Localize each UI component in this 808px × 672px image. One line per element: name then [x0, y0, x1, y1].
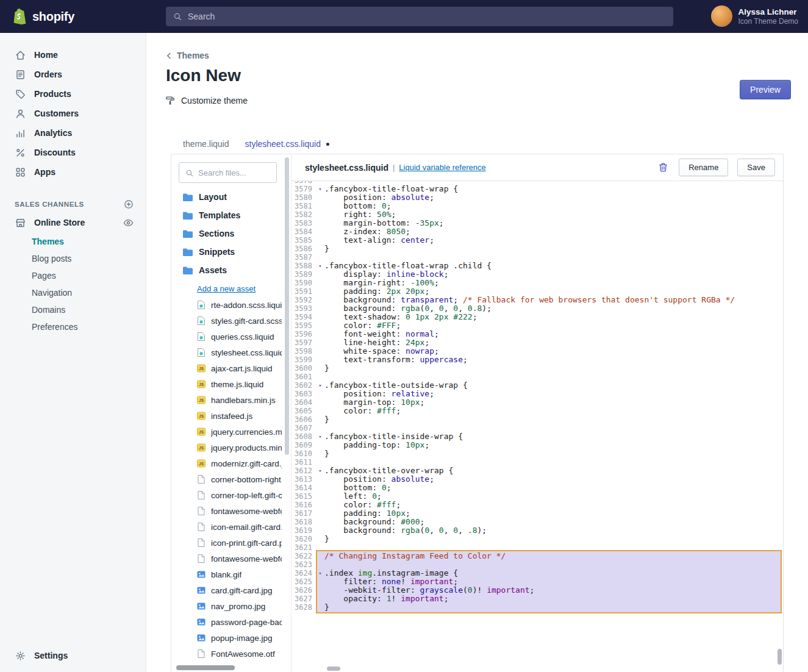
file-blank-gif[interactable]: blank.gif — [171, 567, 283, 582]
file-password-page-background-jpg[interactable]: password-page-background.jpg — [171, 614, 283, 630]
file-instafeed-js[interactable]: JSinstafeed.js — [171, 408, 283, 424]
sidebar-item-blog-posts[interactable]: Blog posts — [0, 250, 146, 267]
code-line[interactable]: 3584 z-index: 8050; — [291, 227, 783, 236]
file-fontawesome-webfont-eot[interactable]: fontawesome-webfont.eot — [171, 503, 283, 519]
sidebar-item-customers[interactable]: Customers — [0, 104, 146, 123]
sidebar-item-products[interactable]: Products — [0, 84, 146, 104]
code-line[interactable]: 3612▾.fancybox-title-over-wrap { — [291, 466, 783, 475]
code-line[interactable]: 3603 position: relative; — [291, 390, 783, 398]
sidebar-item-apps[interactable]: Apps — [0, 162, 146, 182]
code-line[interactable]: 3625 filter: none! important; — [291, 577, 783, 586]
file-jquery-currencies-min-js[interactable]: JSjquery.currencies.min.js — [171, 424, 283, 440]
code-line[interactable]: 3619 background: rgba(0, 0, 0, .8); — [291, 526, 783, 535]
folder-snippets[interactable]: Snippets — [171, 243, 283, 261]
code-line[interactable]: 3585 text-align: center; — [291, 236, 783, 245]
code-line[interactable]: 3591 padding: 2px 20px; — [291, 287, 783, 296]
code-line[interactable]: 3581 bottom: 0; — [291, 202, 783, 210]
code-line[interactable]: 3616 color: #fff; — [291, 501, 783, 509]
file-ajax-cart-js-liquid[interactable]: JSajax-cart.js.liquid — [171, 360, 283, 376]
sidebar-item-orders[interactable]: Orders — [0, 65, 146, 84]
sidebar-item-discounts[interactable]: Discounts — [0, 143, 146, 162]
file-theme-js-liquid[interactable]: JStheme.js.liquid — [171, 376, 283, 392]
folder-assets[interactable]: Assets — [171, 261, 283, 279]
code-line[interactable]: 3628} — [291, 603, 783, 612]
file-fontawesome-webfont-woff[interactable]: fontawesome-webfont.woff — [171, 551, 283, 567]
fold-arrow-icon[interactable]: ▾ — [316, 381, 324, 390]
save-button[interactable]: Save — [737, 159, 775, 176]
tab-stylesheet-css-liquid[interactable]: stylesheet.css.liquid — [245, 139, 330, 149]
code-line[interactable]: 3597 line-height: 24px; — [291, 338, 783, 347]
rename-button[interactable]: Rename — [679, 159, 728, 176]
code-line[interactable]: 3586} — [291, 245, 783, 253]
code-area[interactable]: 35783579▾.fancybox-title-float-wrap {358… — [291, 181, 783, 672]
preview-button[interactable]: Preview — [740, 80, 791, 99]
file-search[interactable] — [179, 162, 277, 183]
code-line[interactable]: 3620} — [291, 535, 783, 543]
code-line[interactable]: 3613 position: absolute; — [291, 475, 783, 484]
code-line[interactable]: 3610} — [291, 449, 783, 458]
code-line[interactable]: 3594 text-shadow: 0 1px 2px #222; — [291, 313, 783, 321]
code-line[interactable]: 3602▾.fancybox-title-outside-wrap { — [291, 381, 783, 390]
file-rte-addon-scss-liquid[interactable]: rte-addon.scss.liquid — [171, 297, 283, 313]
folder-templates[interactable]: Templates — [171, 206, 283, 224]
code-line[interactable]: 3588▾.fancybox-title-float-wrap .child { — [291, 262, 783, 270]
code-line[interactable]: 3593 background: rgba(0, 0, 0, 0.8); — [291, 304, 783, 313]
code-line[interactable]: 3611 — [291, 458, 783, 466]
sidebar-item-analytics[interactable]: Analytics — [0, 123, 146, 143]
code-line[interactable]: 3590 margin-right: -100%; — [291, 279, 783, 287]
circle-plus-icon[interactable] — [123, 199, 134, 210]
breadcrumb[interactable]: Themes — [165, 51, 209, 60]
sidebar-item-domains[interactable]: Domains — [0, 301, 146, 318]
code-line[interactable]: 3624▾.index img.instagram-image { — [291, 569, 783, 577]
file-icon-email-gift-card-png[interactable]: icon-email.gift-card.png — [171, 519, 283, 535]
code-line[interactable]: 3604 margin-top: 10px; — [291, 398, 783, 407]
code-line[interactable]: 3606} — [291, 415, 783, 424]
editor-hscrollbar[interactable] — [327, 667, 340, 671]
file-search-input[interactable] — [198, 168, 271, 177]
file-card-gift-card-jpg[interactable]: card.gift-card.jpg — [171, 582, 283, 598]
code-line[interactable]: 3614 bottom: 0; — [291, 484, 783, 492]
global-search[interactable] — [166, 7, 673, 26]
code-line[interactable]: 3621 — [291, 543, 783, 552]
file-styles-gift-card-scss-liquid[interactable]: styles.gift-card.scss.liquid — [171, 313, 283, 329]
code-line[interactable]: 3582 right: 50%; — [291, 210, 783, 219]
code-line[interactable]: 3599 text-transform: uppercase; — [291, 356, 783, 364]
sidebar-item-navigation[interactable]: Navigation — [0, 284, 146, 301]
code-line[interactable]: 3592 background: transparent; /* Fallbac… — [291, 296, 783, 304]
code-line[interactable]: 3589 display: inline-block; — [291, 270, 783, 279]
code-line[interactable]: 3623 — [291, 560, 783, 569]
file-fontawesome-otf[interactable]: FontAwesome.otf — [171, 646, 283, 662]
code-line[interactable]: 3595 color: #FFF; — [291, 321, 783, 330]
code-line[interactable]: 3583 margin-bottom: -35px; — [291, 219, 783, 227]
customize-theme-link[interactable]: Customize theme — [165, 95, 248, 106]
file-panel-vscrollbar[interactable] — [285, 157, 289, 455]
eye-icon[interactable] — [123, 217, 134, 229]
file-handlebars-min-js[interactable]: JShandlebars.min.js — [171, 392, 283, 408]
file-nav-promo-jpg[interactable]: nav_promo.jpg — [171, 598, 283, 614]
sidebar-item-preferences[interactable]: Preferences — [0, 318, 146, 335]
file-corner-top-left-gift-card-png[interactable]: corner-top-left.gift-card.png — [171, 487, 283, 503]
editor-vscrollbar[interactable] — [778, 649, 782, 665]
sidebar-item-themes[interactable]: Themes — [0, 233, 146, 250]
code-line[interactable]: 3615 left: 0; — [291, 492, 783, 501]
code-line[interactable]: 3605 color: #fff; — [291, 407, 783, 415]
code-line[interactable]: 3626 -webkit-filter: grayscale(0)! impor… — [291, 586, 783, 595]
code-line[interactable]: 3598 white-space: nowrap; — [291, 347, 783, 356]
file-panel-hscrollbar[interactable] — [176, 665, 235, 670]
file-queries-css-liquid[interactable]: queries.css.liquid — [171, 329, 283, 345]
code-line[interactable]: 3596 font-weight: normal; — [291, 330, 783, 338]
file-jquery-products-min-js[interactable]: JSjquery.products.min.js — [171, 440, 283, 456]
tab-theme-liquid[interactable]: theme.liquid — [183, 139, 229, 149]
delete-file-button[interactable] — [657, 162, 670, 174]
folder-sections[interactable]: Sections — [171, 224, 283, 243]
file-stylesheet-css-liquid[interactable]: stylesheet.css.liquid — [171, 345, 283, 360]
code-line[interactable]: 3627 opacity: 1! important; — [291, 595, 783, 603]
liquid-reference-link[interactable]: Liquid variable reference — [399, 163, 485, 172]
sidebar-item-home[interactable]: Home — [0, 45, 146, 65]
code-line[interactable]: 3617 padding: 10px; — [291, 509, 783, 518]
fold-arrow-icon[interactable]: ▾ — [316, 569, 324, 577]
fold-arrow-icon[interactable]: ▾ — [316, 466, 324, 475]
code-line[interactable]: 3587 — [291, 253, 783, 262]
code-line[interactable]: 3600} — [291, 364, 783, 373]
code-line[interactable]: 3601 — [291, 373, 783, 381]
